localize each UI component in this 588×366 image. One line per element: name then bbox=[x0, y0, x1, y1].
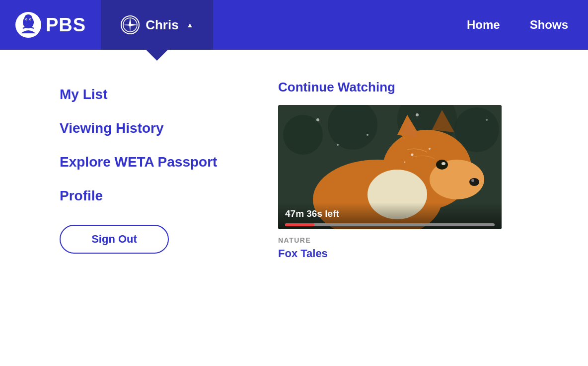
user-menu-left: My List Viewing History Explore WETA Pas… bbox=[60, 80, 238, 318]
svg-point-24 bbox=[337, 144, 339, 146]
main-nav: Home Shows bbox=[467, 0, 588, 50]
viewing-history-link[interactable]: Viewing History bbox=[60, 113, 238, 143]
user-menu-trigger[interactable]: Chris ▲ bbox=[101, 0, 213, 50]
dropdown-panel: My List Viewing History Explore WETA Pas… bbox=[0, 50, 588, 348]
svg-point-34 bbox=[469, 178, 479, 186]
svg-point-19 bbox=[316, 118, 319, 121]
svg-point-36 bbox=[411, 154, 414, 156]
pbs-logo-icon bbox=[15, 11, 42, 38]
svg-point-33 bbox=[441, 162, 445, 165]
svg-point-35 bbox=[471, 179, 474, 182]
svg-point-5 bbox=[26, 19, 27, 20]
show-category: NATURE bbox=[278, 236, 526, 244]
site-header: PBS Chris ▲ Home Shows bbox=[0, 0, 588, 50]
continue-watching-section: Continue Watching bbox=[278, 80, 526, 318]
user-name-label: Chris bbox=[146, 17, 178, 33]
svg-point-37 bbox=[429, 148, 431, 150]
time-left-label: 47m 36s left bbox=[285, 208, 495, 219]
my-list-link[interactable]: My List bbox=[60, 80, 238, 109]
continue-watching-title: Continue Watching bbox=[278, 80, 526, 95]
svg-point-21 bbox=[416, 113, 419, 116]
svg-point-6 bbox=[30, 19, 31, 20]
logo-area: PBS bbox=[0, 0, 101, 50]
sign-out-button[interactable]: Sign Out bbox=[60, 225, 169, 254]
caret-up-icon: ▲ bbox=[187, 21, 194, 29]
explore-passport-link[interactable]: Explore WETA Passport bbox=[60, 147, 238, 177]
nav-home[interactable]: Home bbox=[467, 18, 500, 32]
svg-point-13 bbox=[129, 23, 132, 26]
svg-point-23 bbox=[486, 119, 488, 121]
show-title[interactable]: Fox Tales bbox=[278, 247, 526, 260]
passport-icon bbox=[121, 15, 140, 34]
pbs-logo[interactable]: PBS bbox=[15, 11, 86, 38]
profile-link[interactable]: Profile bbox=[60, 181, 238, 211]
progress-bar-fill bbox=[285, 223, 314, 226]
pbs-logo-text: PBS bbox=[46, 14, 86, 36]
video-overlay: 47m 36s left bbox=[278, 202, 502, 229]
video-card[interactable]: 47m 36s left bbox=[278, 105, 502, 229]
progress-bar bbox=[285, 223, 495, 226]
svg-point-32 bbox=[436, 160, 448, 170]
nav-shows[interactable]: Shows bbox=[530, 18, 568, 32]
svg-point-38 bbox=[404, 162, 406, 163]
svg-point-20 bbox=[367, 134, 368, 136]
svg-point-2 bbox=[24, 14, 32, 22]
